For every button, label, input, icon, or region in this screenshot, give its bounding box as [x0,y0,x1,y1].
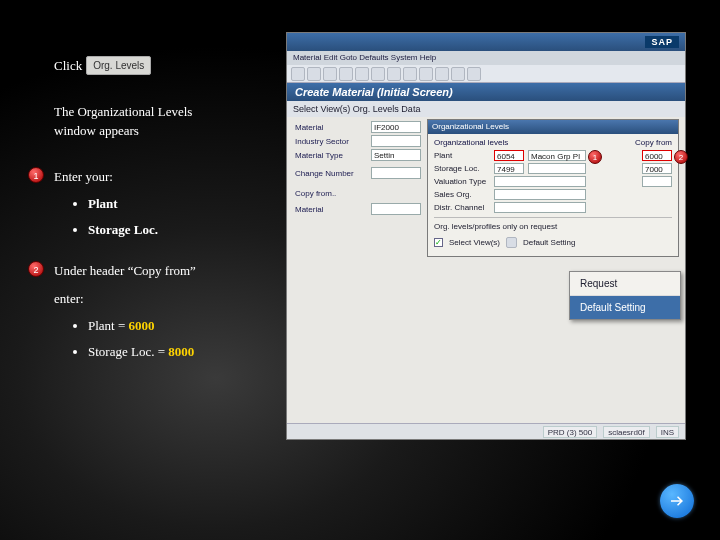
label-industry: Industry Sector [295,137,365,146]
toolbar-button[interactable] [403,67,417,81]
org-row-salesorg: Sales Org. [434,189,672,200]
status-client: PRD (3) 500 [543,426,597,438]
form-row-industry: Industry Sector [295,135,421,147]
callout-1: 1 [588,150,602,164]
form-row-material: Material IF2000 [295,121,421,133]
org-only-main: Org. levels/profiles only on request [434,222,672,231]
appears-paragraph: The Organizational Levels window appears [54,102,284,141]
step-1-badge: 1 [28,167,44,183]
sap-titlebar: SAP [287,33,685,51]
appears-line-2: window appears [54,121,284,141]
separator [434,217,672,218]
sap-menubar[interactable]: Material Edit Goto Defaults System Help [287,51,685,65]
toolbar-button[interactable] [467,67,481,81]
org-row-valtype: Valuation Type [434,176,672,187]
toolbar-button[interactable] [307,67,321,81]
sap-subbar[interactable]: Select View(s) Org. Levels Data [287,101,685,117]
status-server: sclaesrd0f [603,426,649,438]
org-storage-desc[interactable] [528,163,586,174]
field-material[interactable]: IF2000 [371,121,421,133]
label-copyfrom: Copy from.. [295,189,365,198]
org-bottom-row: ✓ Select View(s) Default Setting [434,237,672,248]
step-2-storage-value: 8000 [168,344,194,359]
org-row-storage: Storage Loc. 7499 7000 [434,163,672,174]
arrow-right-icon [668,492,686,510]
org-plant-copy[interactable]: 6000 [642,150,672,161]
callout-2: 2 [674,150,688,164]
step-1: 1 Enter your: [54,167,284,187]
step-1-item-plant: Plant [88,194,284,214]
org-label-salesorg: Sales Org. [434,190,490,199]
step-2-enter: enter: [54,289,284,309]
step-1-intro: Enter your: [54,169,113,184]
org-label-plant: Plant [434,151,490,160]
org-salesorg-field[interactable] [494,189,586,200]
click-prefix: Click [54,56,82,76]
field-industry[interactable] [371,135,421,147]
sap-window: SAP Material Edit Goto Defaults System H… [286,32,686,440]
default-icon[interactable] [506,237,517,248]
sap-logo: SAP [645,36,679,48]
org-levels-inline-button: Org. Levels [86,56,151,75]
org-plant-field[interactable]: 6054 [494,150,524,161]
label-change: Change Number [295,169,365,178]
step-2-list: Plant = 6000 Storage Loc. = 8000 [88,316,284,361]
sap-body: Material IF2000 Industry Sector Material… [287,117,685,417]
org-row-distch: Distr. Channel [434,202,672,213]
org-distch-field[interactable] [494,202,586,213]
instruction-panel: Click Org. Levels The Organizational Lev… [54,56,284,383]
form-row-change: Change Number [295,167,421,179]
status-mode: INS [656,426,679,438]
toolbar-button[interactable] [339,67,353,81]
select-views-label[interactable]: Select View(s) [449,238,500,247]
sap-toolbar [287,65,685,83]
popup-item-request[interactable]: Request [570,272,680,295]
org-column-headings: Organizational levels Copy from [434,138,672,147]
appears-line-1: The Organizational Levels [54,102,284,122]
step-1-item-storage: Storage Loc. [88,220,284,240]
checkbox-icon[interactable]: ✓ [434,238,443,247]
form-row-copyfrom: Copy from.. [295,189,365,198]
field-material2[interactable] [371,203,421,215]
org-heading-right: Copy from [635,138,672,147]
toolbar-button[interactable] [355,67,369,81]
context-popup: Request Default Setting [569,271,681,320]
step-2: 2 Under header “Copy from” [54,261,284,281]
step-2-item-plant: Plant = 6000 [88,316,284,336]
toolbar-button[interactable] [387,67,401,81]
toolbar-button[interactable] [451,67,465,81]
org-label-distch: Distr. Channel [434,203,490,212]
org-valtype-field[interactable] [494,176,586,187]
label-material: Material [295,123,365,132]
step-2-intro: Under header “Copy from” [54,263,196,278]
org-storage-field[interactable]: 7499 [494,163,524,174]
click-instruction: Click Org. Levels [54,56,284,76]
org-storage-copy[interactable]: 7000 [642,163,672,174]
toolbar-button[interactable] [435,67,449,81]
step-2-plant-value: 6000 [129,318,155,333]
org-label-valtype: Valuation Type [434,177,490,186]
popup-item-default[interactable]: Default Setting [570,295,680,319]
label-mtype: Material Type [295,151,365,160]
step-1-list: Plant Storage Loc. [88,194,284,239]
field-change[interactable] [371,167,421,179]
label-material2: Material [295,205,365,214]
org-dialog-body: Organizational levels Copy from Plant 60… [428,134,678,256]
next-button[interactable] [660,484,694,518]
toolbar-button[interactable] [419,67,433,81]
org-row-plant: Plant 6054 Macon Grp Pl 6000 [434,150,672,161]
field-mtype[interactable]: Settin [371,149,421,161]
org-plant-desc[interactable]: Macon Grp Pl [528,150,586,161]
org-label-storage: Storage Loc. [434,164,490,173]
form-row-material2: Material [295,203,421,215]
step-2-storage-label: Storage Loc. = [88,344,168,359]
form-row-mtype: Material Type Settin [295,149,421,161]
default-setting-label[interactable]: Default Setting [523,238,575,247]
toolbar-button[interactable] [291,67,305,81]
toolbar-button[interactable] [323,67,337,81]
sap-statusbar: PRD (3) 500 sclaesrd0f INS [287,423,685,439]
toolbar-button[interactable] [371,67,385,81]
sap-screen-heading: Create Material (Initial Screen) [287,83,685,101]
org-valtype-copy[interactable] [642,176,672,187]
step-2-item-storage: Storage Loc. = 8000 [88,342,284,362]
